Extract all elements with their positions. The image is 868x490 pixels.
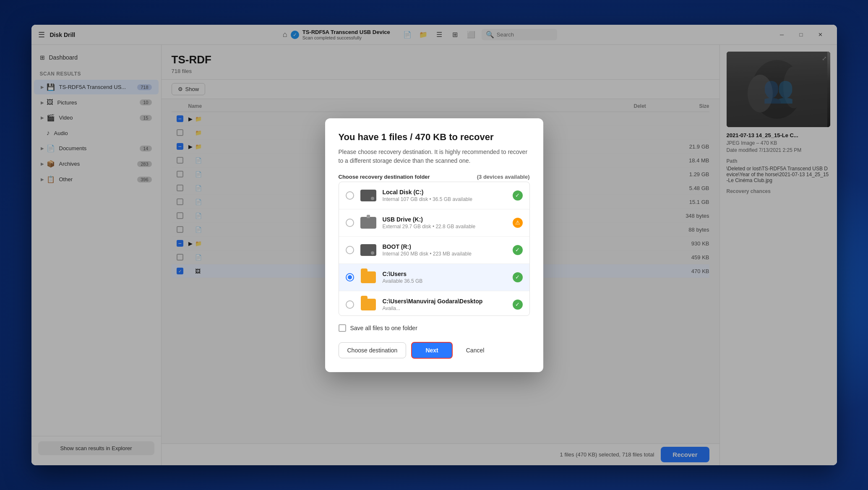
- device-meta-c-users: Available 36.5 GB: [383, 278, 507, 284]
- device-name-desktop: C:\Users\Manuviraj Godara\Desktop: [383, 298, 507, 305]
- device-name-boot-r: BOOT (R:): [383, 243, 507, 250]
- section-label-text: Choose recovery destination folder: [339, 174, 430, 180]
- modal-description: Please choose recovery destination. It i…: [339, 148, 530, 165]
- device-name-usb-k: USB Drive (K:): [383, 216, 507, 223]
- device-details-c-users: C:\Users Available 36.5 GB: [383, 271, 507, 284]
- device-name-local-c: Local Disk (C:): [383, 189, 507, 195]
- save-all-checkbox[interactable]: [339, 324, 346, 332]
- choose-destination-button[interactable]: Choose destination: [339, 342, 407, 358]
- device-list: Local Disk (C:) Internal 107 GB disk • 3…: [339, 182, 530, 316]
- next-button[interactable]: Next: [411, 342, 452, 359]
- status-icon-c-users: ✓: [513, 272, 523, 282]
- device-details-usb-k: USB Drive (K:) External 29.7 GB disk • 2…: [383, 216, 507, 229]
- device-item-boot-r[interactable]: BOOT (R:) Internal 260 MB disk • 223 MB …: [339, 237, 529, 264]
- radio-c-users[interactable]: [346, 273, 354, 281]
- app-window: ☰ Disk Drill ⌂ ✓ TS-RDF5A Transcend USB …: [31, 25, 837, 465]
- status-icon-local-c: ✓: [513, 190, 523, 201]
- device-meta-desktop: Availa...: [383, 305, 507, 311]
- device-details-local-c: Local Disk (C:) Internal 107 GB disk • 3…: [383, 189, 507, 202]
- usb-icon-k: [360, 215, 377, 230]
- folder-icon-desktop: [360, 297, 377, 312]
- radio-desktop[interactable]: [346, 300, 354, 309]
- radio-local-c[interactable]: [346, 191, 354, 200]
- devices-count: (3 devices available): [477, 174, 530, 180]
- device-details-desktop: C:\Users\Manuviraj Godara\Desktop Availa…: [383, 298, 507, 311]
- status-icon-boot-r: ✓: [513, 245, 523, 255]
- status-icon-usb-k: ⚠: [513, 218, 523, 228]
- folder-icon-c-users: [360, 270, 377, 285]
- device-item-desktop[interactable]: C:\Users\Manuviraj Godara\Desktop Availa…: [339, 291, 529, 316]
- device-meta-boot-r: Internal 260 MB disk • 223 MB available: [383, 251, 507, 257]
- save-all-row: Save all files to one folder: [339, 324, 530, 332]
- hdd-icon-local-c: [360, 188, 377, 203]
- device-item-usb-k[interactable]: USB Drive (K:) External 29.7 GB disk • 2…: [339, 209, 529, 237]
- device-item-c-users[interactable]: C:\Users Available 36.5 GB ✓: [339, 264, 529, 291]
- radio-boot-r[interactable]: [346, 246, 354, 254]
- device-name-c-users: C:\Users: [383, 271, 507, 277]
- device-item-local-c[interactable]: Local Disk (C:) Internal 107 GB disk • 3…: [339, 182, 529, 209]
- radio-usb-k[interactable]: [346, 219, 354, 227]
- device-meta-local-c: Internal 107 GB disk • 36.5 GB available: [383, 196, 507, 202]
- cancel-button[interactable]: Cancel: [458, 343, 493, 358]
- modal-section-label: Choose recovery destination folder (3 de…: [339, 174, 530, 180]
- recovery-modal: You have 1 files / 470 KB to recover Ple…: [325, 118, 543, 372]
- device-details-boot-r: BOOT (R:) Internal 260 MB disk • 223 MB …: [383, 243, 507, 257]
- device-meta-usb-k: External 29.7 GB disk • 22.8 GB availabl…: [383, 224, 507, 229]
- save-all-label: Save all files to one folder: [350, 325, 417, 331]
- status-icon-desktop: ✓: [513, 300, 523, 310]
- hdd-icon-boot-r: [360, 242, 377, 258]
- modal-title: You have 1 files / 470 KB to recover: [339, 132, 530, 143]
- modal-overlay: You have 1 files / 470 KB to recover Ple…: [31, 25, 837, 465]
- modal-actions: Choose destination Next Cancel: [339, 342, 530, 359]
